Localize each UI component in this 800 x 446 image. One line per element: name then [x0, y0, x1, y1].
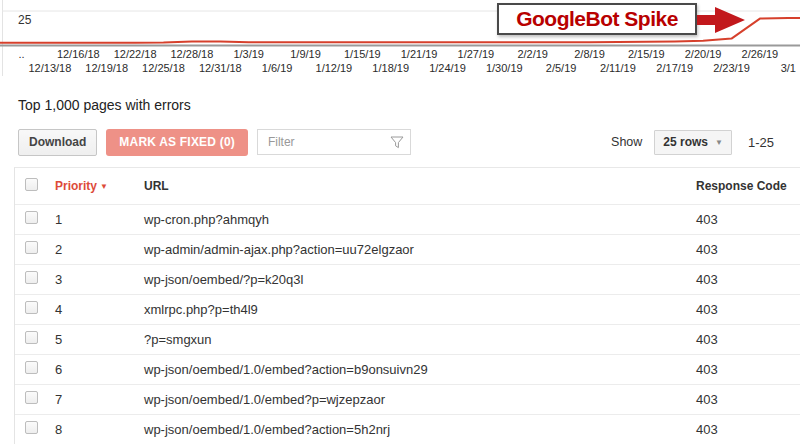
response-code-cell: 403 [691, 384, 800, 414]
priority-cell: 4 [55, 294, 135, 324]
x-axis-tick-label: 1/3/19 [233, 48, 264, 60]
x-axis-tick-label: 12/13/18 [28, 62, 71, 74]
row-checkbox-cell [15, 324, 55, 354]
row-checkbox-cell [15, 384, 55, 414]
response-code-cell: 403 [691, 204, 800, 234]
row-checkbox-cell [15, 414, 55, 444]
priority-cell: 5 [55, 324, 135, 354]
x-axis-tick-label: 2/5/19 [546, 62, 577, 74]
row-checkbox[interactable] [25, 421, 38, 434]
row-checkbox-cell [15, 264, 55, 294]
x-axis-tick-label: 2/11/19 [600, 62, 636, 74]
x-axis-tick-label: 2/8/19 [574, 48, 605, 60]
url-cell[interactable]: wp-json/oembed/1.0/embed?action=5h2nrj [135, 414, 691, 444]
errors-table-body: 1wp-cron.php?ahmqyh4032wp-admin/admin-aj… [15, 204, 800, 444]
mark-as-fixed-button[interactable]: MARK AS FIXED (0) [106, 129, 248, 156]
section-heading: Top 1,000 pages with errors [18, 97, 800, 113]
url-cell[interactable]: wp-cron.php?ahmqyh [135, 204, 691, 234]
x-axis-tick-label: 2/2/19 [517, 48, 548, 60]
annotation-arrow-icon [695, 0, 750, 40]
table-header-row: Priority▼ URL Response Code [15, 168, 800, 204]
priority-cell: 7 [55, 384, 135, 414]
x-axis-tick-label: 1/12/19 [316, 62, 353, 74]
select-all-checkbox[interactable] [25, 178, 38, 191]
priority-cell: 3 [55, 264, 135, 294]
url-cell[interactable]: xmlrpc.php?p=th4l9 [135, 294, 691, 324]
rows-per-page-value: 25 rows [663, 135, 708, 149]
x-axis-tick-label: 1/9/19 [290, 48, 321, 60]
x-axis-tick-label: .. [18, 48, 24, 60]
response-code-cell: 403 [691, 264, 800, 294]
crawl-errors-chart: 25 ..12/13/1812/16/1812/19/1812/22/1812/… [0, 0, 800, 80]
column-header-url[interactable]: URL [135, 168, 691, 204]
x-axis-tick-label: 2/17/19 [656, 62, 693, 74]
column-header-response-code[interactable]: Response Code [691, 168, 800, 204]
errors-table: Priority▼ URL Response Code 1wp-cron.php… [14, 167, 800, 444]
pagination-range: 1-25 [748, 135, 774, 150]
url-cell[interactable]: wp-json/oembed/1.0/embed?action=b9onsuiv… [135, 354, 691, 384]
response-code-cell: 403 [691, 294, 800, 324]
sort-desc-icon: ▼ [100, 182, 108, 191]
row-checkbox-cell [15, 294, 55, 324]
table-row: 8wp-json/oembed/1.0/embed?action=5h2nrj4… [15, 414, 800, 444]
x-axis-tick-label: 1/15/19 [344, 48, 381, 60]
column-header-priority[interactable]: Priority▼ [55, 168, 135, 204]
row-checkbox[interactable] [25, 361, 38, 374]
row-checkbox-cell [15, 204, 55, 234]
row-checkbox[interactable] [25, 301, 38, 314]
table-row: 7wp-json/oembed/1.0/embed?p=wjzepzaor403 [15, 384, 800, 414]
toolbar-right: Show 25 rows ▼ 1-25 [611, 130, 782, 155]
rows-per-page-dropdown[interactable]: 25 rows ▼ [654, 130, 732, 155]
row-checkbox[interactable] [25, 211, 38, 224]
response-code-cell: 403 [691, 354, 800, 384]
googlebot-spike-annotation: GoogleBot Spike [497, 3, 697, 35]
url-cell[interactable]: ?p=smgxun [135, 324, 691, 354]
x-axis-tick-label: 12/16/18 [57, 48, 100, 60]
x-axis-tick-label: 12/19/18 [85, 62, 128, 74]
x-axis-tick-label: 1/18/19 [372, 62, 409, 74]
x-axis-tick-label: 12/28/18 [170, 48, 213, 60]
table-row: 1wp-cron.php?ahmqyh403 [15, 204, 800, 234]
toolbar: Download MARK AS FIXED (0) Show 25 rows … [18, 128, 782, 156]
filter-field[interactable] [257, 129, 411, 155]
url-cell[interactable]: wp-admin/admin-ajax.php?action=uu72elgza… [135, 234, 691, 264]
y-axis-gridline-label: 25 [18, 13, 31, 27]
response-code-cell: 403 [691, 234, 800, 264]
x-axis-tick-label: 1/6/19 [262, 62, 293, 74]
crawl-errors-report: 25 ..12/13/1812/16/1812/19/1812/22/1812/… [0, 0, 800, 446]
response-code-cell: 403 [691, 324, 800, 354]
x-axis-tick-label: 12/25/18 [142, 62, 185, 74]
chevron-down-icon: ▼ [715, 138, 723, 147]
x-axis-tick-label: 2/26/19 [742, 48, 779, 60]
priority-cell: 6 [55, 354, 135, 384]
x-axis-tick-label: 2/20/19 [685, 48, 722, 60]
x-axis-tick-label: 2/23/19 [713, 62, 750, 74]
table-row: 4xmlrpc.php?p=th4l9403 [15, 294, 800, 324]
url-cell[interactable]: wp-json/oembed/1.0/embed?p=wjzepzaor [135, 384, 691, 414]
table-row: 3wp-json/oembed/?p=k20q3l403 [15, 264, 800, 294]
row-checkbox[interactable] [25, 331, 38, 344]
priority-cell: 2 [55, 234, 135, 264]
x-axis-tick-label: 12/31/18 [199, 62, 242, 74]
filter-input[interactable] [266, 134, 390, 150]
row-checkbox-cell [15, 234, 55, 264]
x-axis-tick-label: 1/27/19 [458, 48, 495, 60]
row-checkbox-cell [15, 354, 55, 384]
priority-cell: 8 [55, 414, 135, 444]
table-row: 5?p=smgxun403 [15, 324, 800, 354]
filter-funnel-icon [390, 136, 404, 149]
row-checkbox[interactable] [25, 241, 38, 254]
priority-cell: 1 [55, 204, 135, 234]
x-axis-tick-label: 2/15/19 [628, 48, 665, 60]
response-code-cell: 403 [691, 414, 800, 444]
row-checkbox[interactable] [25, 391, 38, 404]
select-all-cell [15, 168, 55, 204]
table-row: 6wp-json/oembed/1.0/embed?action=b9onsui… [15, 354, 800, 384]
x-axis-tick-label: 1/21/19 [401, 48, 438, 60]
download-button[interactable]: Download [18, 129, 97, 156]
table-row: 2wp-admin/admin-ajax.php?action=uu72elgz… [15, 234, 800, 264]
x-axis-tick-label: 3/1 [781, 62, 796, 74]
row-checkbox[interactable] [25, 271, 38, 284]
url-cell[interactable]: wp-json/oembed/?p=k20q3l [135, 264, 691, 294]
x-axis-tick-label: 1/30/19 [486, 62, 523, 74]
